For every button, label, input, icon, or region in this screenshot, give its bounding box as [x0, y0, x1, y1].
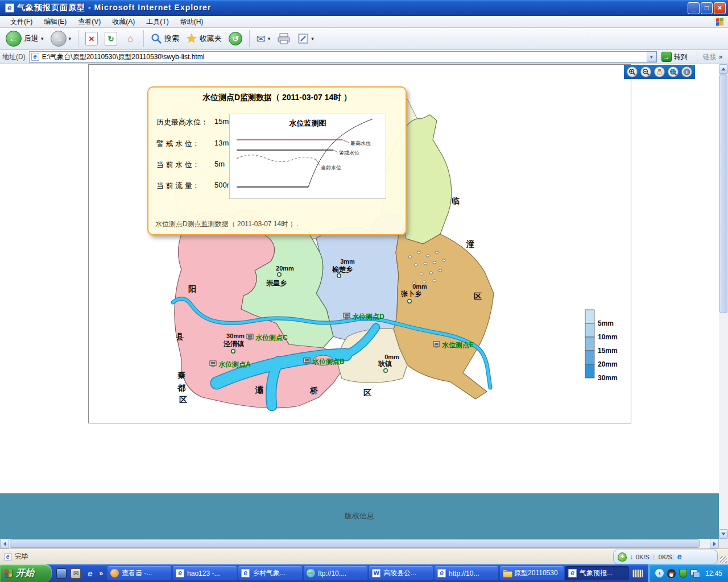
go-button[interactable]: → 转到: [660, 51, 691, 63]
edit-button[interactable]: ▾: [295, 32, 316, 45]
scrollbar-corner: [719, 539, 728, 548]
print-button[interactable]: [275, 31, 293, 46]
menu-file[interactable]: 文件(F): [5, 16, 38, 28]
horizontal-scrollbar[interactable]: [0, 539, 719, 548]
start-button[interactable]: 开始: [0, 564, 52, 582]
svg-text:30mm: 30mm: [226, 332, 245, 339]
station-icon: [247, 334, 253, 340]
toolbar-separator: [78, 30, 78, 47]
task-http[interactable]: e http://10...: [435, 566, 498, 580]
address-bar: 地址(D) E:\气象台\原型20110530\原型20110530\swyb-…: [0, 50, 728, 64]
map-full-extent-button[interactable]: [668, 66, 679, 77]
rain-legend: 5mm 10mm 15mm 20mm 30mm: [585, 310, 618, 382]
map-zoom-out-button[interactable]: [640, 66, 651, 77]
quicklaunch-mail-icon[interactable]: ✉: [71, 568, 81, 579]
scroll-left-button[interactable]: [0, 539, 9, 548]
keyboard-icon[interactable]: [632, 569, 643, 577]
maximize-button[interactable]: □: [701, 2, 713, 14]
horizontal-scroll-thumb[interactable]: [10, 539, 700, 548]
close-button[interactable]: ×: [714, 2, 726, 14]
clock: 12:45: [705, 569, 722, 577]
toolbar-separator: [249, 30, 250, 47]
region-label: 阳: [188, 284, 196, 293]
mail-dropdown-icon[interactable]: ▾: [268, 36, 271, 41]
quick-launch: ✉ e »: [52, 568, 107, 579]
station-icon: [433, 342, 440, 347]
station-icon: [304, 358, 310, 364]
task-rural-weather[interactable]: e 乡村气象...: [238, 566, 302, 580]
svg-text:张卜乡: 张卜乡: [400, 290, 421, 298]
vertical-scroll-thumb[interactable]: [719, 74, 727, 313]
scroll-right-button[interactable]: [710, 539, 719, 548]
quicklaunch-phone-icon[interactable]: [56, 568, 67, 579]
edit-icon: [297, 33, 309, 44]
task-ftp[interactable]: ftp://10....: [304, 566, 367, 580]
map-pan-button[interactable]: [654, 66, 665, 77]
forward-dropdown-icon[interactable]: ▾: [69, 36, 72, 41]
chart-title: 水位监测图: [289, 119, 326, 127]
go-arrow-icon: →: [661, 52, 672, 62]
history-button[interactable]: ↺: [226, 31, 245, 47]
quicklaunch-ie-icon[interactable]: e: [85, 568, 95, 579]
task-viewer[interactable]: 查看器 -...: [107, 566, 171, 580]
menu-view[interactable]: 查看(V): [72, 16, 106, 28]
address-input[interactable]: E:\气象台\原型20110530\原型20110530\swyb-list.h…: [29, 51, 657, 63]
resize-grip: [720, 556, 727, 563]
svg-text:5mm: 5mm: [598, 319, 614, 327]
region-label: 桥: [309, 386, 318, 395]
station-data-popup: 水位测点D监测数据（ 2011-03-07 14时 ） 历史最高水位：15m 警…: [147, 86, 407, 235]
scroll-down-button[interactable]: [719, 529, 728, 539]
info-icon: i: [683, 68, 690, 76]
vertical-scrollbar[interactable]: [719, 64, 728, 539]
quicklaunch-more-icon[interactable]: »: [99, 569, 103, 577]
map-info-button[interactable]: i: [681, 66, 692, 77]
back-dropdown-icon[interactable]: ▾: [41, 36, 44, 41]
svg-text:15mm: 15mm: [598, 347, 618, 355]
favorites-button[interactable]: ★ 收藏夹: [184, 30, 224, 47]
menu-tools[interactable]: 工具(T): [140, 16, 174, 28]
speed-monitor-widget[interactable]: ↓ 0K/S ↑ 0K/S e: [613, 550, 718, 564]
stop-button[interactable]: ✕: [83, 31, 100, 47]
title-bar: 气象预报页面原型 - Microsoft Internet Explorer _…: [0, 0, 728, 16]
region-label: 区: [474, 292, 482, 301]
addressbar-separator: [697, 52, 697, 62]
address-value: E:\气象台\原型20110530\原型20110530\swyb-list.h…: [42, 52, 647, 62]
task-word-doc[interactable]: W 高陵县公...: [369, 566, 433, 580]
antivirus-tray-icon[interactable]: [679, 569, 687, 578]
task-hao123[interactable]: e hao123 -...: [173, 566, 237, 580]
search-button[interactable]: 搜索: [148, 32, 181, 45]
svg-text:20mm: 20mm: [598, 360, 618, 368]
tray-collapse-icon[interactable]: ‹: [655, 569, 664, 577]
network-tray-icon[interactable]: [690, 569, 700, 577]
ie-icon: e: [176, 569, 184, 577]
menu-favorites[interactable]: 收藏(A): [106, 16, 140, 28]
edit-dropdown-icon[interactable]: ▾: [311, 36, 314, 41]
map-zoom-in-button[interactable]: [627, 66, 638, 77]
minimize-button[interactable]: _: [688, 2, 700, 14]
refresh-icon: ↻: [105, 32, 117, 45]
address-dropdown-icon[interactable]: ▾: [647, 52, 656, 62]
qq-tray-icon[interactable]: [667, 569, 676, 578]
home-button[interactable]: ⌂: [122, 31, 139, 47]
word-icon: W: [372, 569, 380, 577]
toolbar-separator: [143, 30, 144, 47]
security-shield-icon: [618, 552, 627, 562]
current-level-line: [237, 155, 316, 162]
menu-edit[interactable]: 编辑(E): [38, 16, 72, 28]
system-tray: ‹ 12:45: [648, 564, 728, 582]
scroll-up-button[interactable]: [719, 64, 728, 74]
task-folder[interactable]: 原型20110530: [500, 566, 564, 580]
refresh-button[interactable]: ↻: [102, 31, 119, 47]
links-button[interactable]: 链接 »: [703, 52, 723, 62]
app-icon: [5, 3, 14, 13]
forward-button[interactable]: → ▾: [48, 30, 74, 48]
back-button[interactable]: ← 后退 ▾: [3, 30, 46, 48]
menu-help[interactable]: 帮助(H): [175, 16, 209, 28]
popup-footer-link[interactable]: 水位测点D测点监测数据（ 2011-03-07 14时 ）.: [155, 219, 299, 229]
warning-level-label: 警戒水位: [339, 150, 359, 156]
task-weather-prototype[interactable]: e 气象预报...: [565, 566, 629, 580]
folder-icon: [503, 569, 511, 577]
svg-text:10mm: 10mm: [598, 333, 618, 341]
mail-button[interactable]: ✉ ▾: [254, 31, 272, 47]
page-icon: [31, 53, 39, 61]
